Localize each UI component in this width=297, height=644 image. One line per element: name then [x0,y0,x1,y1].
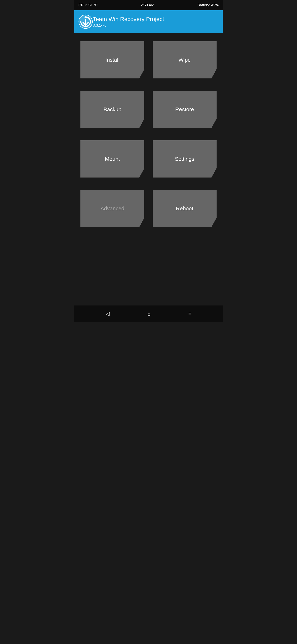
back-nav-button[interactable]: ◁ [101,309,114,318]
app-header: Team Win Recovery Project 3.3.1-76 [74,10,223,33]
twrp-logo [78,14,93,29]
reboot-button[interactable]: Reboot [153,190,217,227]
restore-button[interactable]: Restore [153,91,217,128]
install-button[interactable]: Install [80,41,144,78]
advanced-button[interactable]: Advanced [80,190,144,227]
app-title: Team Win Recovery Project [93,16,164,23]
time-status: 2:50 AM [141,3,154,8]
cpu-status: CPU: 34 °C [78,3,98,8]
battery-status: Battery: 42% [197,3,219,8]
mount-button[interactable]: Mount [80,140,144,178]
header-text-block: Team Win Recovery Project 3.3.1-76 [93,16,164,28]
back-icon: ◁ [106,311,110,316]
app-version: 3.3.1-76 [93,23,164,28]
settings-button[interactable]: Settings [153,140,217,178]
home-icon: ⌂ [147,311,151,316]
main-content: Install Wipe Backup Restore Mount Settin… [74,33,223,306]
status-bar: CPU: 34 °C 2:50 AM Battery: 42% [74,0,223,10]
wipe-button[interactable]: Wipe [153,41,217,78]
button-grid: Install Wipe Backup Restore Mount Settin… [80,41,217,227]
bottom-nav: ◁ ⌂ ≡ [74,306,223,322]
backup-button[interactable]: Backup [80,91,144,128]
home-nav-button[interactable]: ⌂ [143,309,155,318]
menu-icon: ≡ [188,311,191,316]
menu-nav-button[interactable]: ≡ [184,309,196,318]
